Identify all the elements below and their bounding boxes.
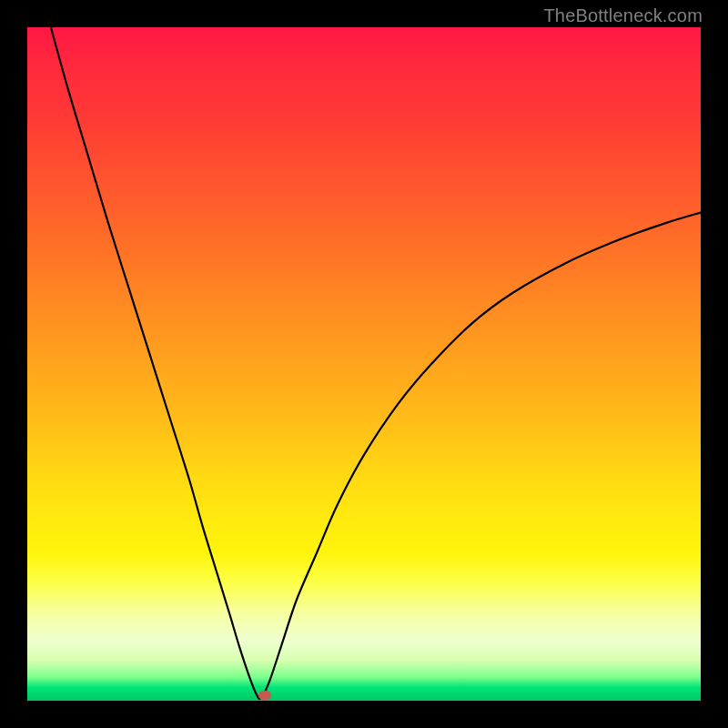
bottleneck-curve — [27, 27, 701, 701]
optimal-point-marker — [258, 691, 271, 700]
credit-label: TheBottleneck.com — [543, 5, 703, 26]
curve-path — [51, 27, 701, 699]
chart-frame: TheBottleneck.com — [0, 0, 728, 728]
plot-area — [27, 27, 701, 701]
